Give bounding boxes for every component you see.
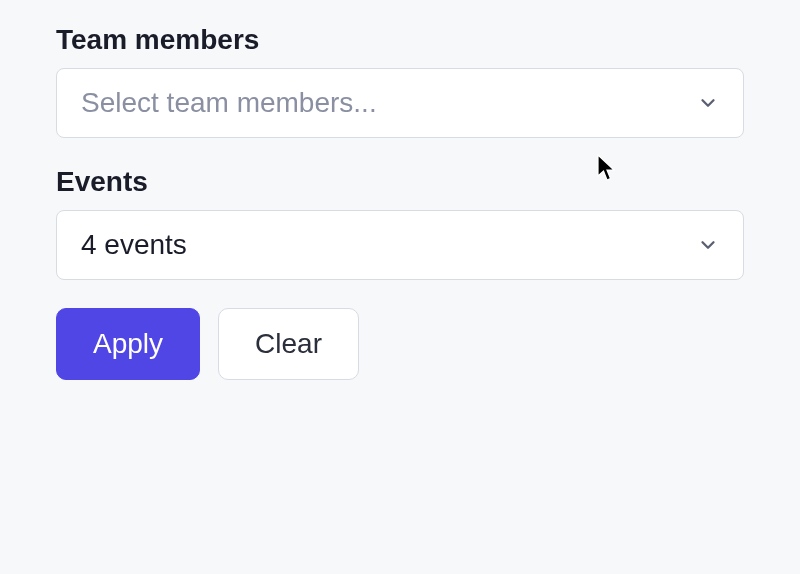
team-members-label: Team members: [56, 24, 744, 56]
events-field: Events 4 events: [56, 166, 744, 280]
button-row: Apply Clear: [56, 308, 744, 380]
team-members-placeholder: Select team members...: [81, 87, 377, 119]
chevron-down-icon: [697, 234, 719, 256]
team-members-select[interactable]: Select team members...: [56, 68, 744, 138]
events-label: Events: [56, 166, 744, 198]
events-value: 4 events: [81, 229, 187, 261]
chevron-down-icon: [697, 92, 719, 114]
clear-button[interactable]: Clear: [218, 308, 359, 380]
apply-button[interactable]: Apply: [56, 308, 200, 380]
events-select[interactable]: 4 events: [56, 210, 744, 280]
team-members-field: Team members Select team members...: [56, 24, 744, 138]
